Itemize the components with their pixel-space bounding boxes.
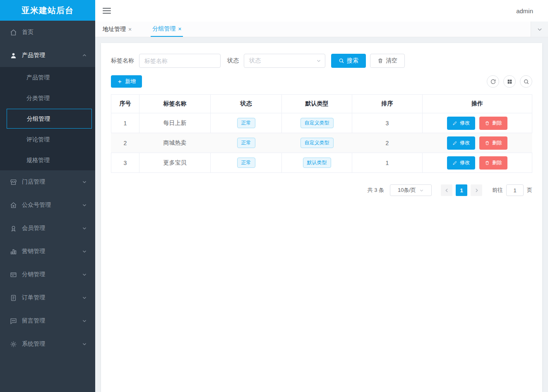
col-header-actions: 操作 [423,95,532,113]
tab-label: 分组管理 [152,25,175,33]
chevron-down-icon [537,26,543,32]
sidebar-subitem-category-manage[interactable]: 分类管理 [0,88,95,108]
type-badge: 默认类型 [303,158,331,168]
product-submenu: 产品管理 分类管理 分组管理 评论管理 规格管理 [0,67,95,170]
name-filter-input[interactable] [139,54,221,68]
status-filter-select[interactable]: 状态 [244,54,325,68]
user-menu[interactable]: admin [516,7,533,14]
main-area: admin 地址管理 × 分组管理 × 标签名称 状态 状态 [95,0,548,392]
cell-sort: 1 [352,153,423,173]
goto-label: 前往 [492,186,503,194]
refresh-icon [490,79,496,85]
page-size-select[interactable]: 10条/页 [390,184,432,196]
storefront-icon [10,179,17,186]
sidebar-item-official-account[interactable]: 公众号管理 [0,194,95,217]
trash-icon [485,160,490,165]
column-settings-button[interactable] [503,75,516,88]
official-account-icon [10,202,17,209]
sidebar-item-label: 产品管理 [22,52,45,59]
chat-icon [10,318,17,325]
chevron-down-icon [82,249,87,254]
sidebar-item-store[interactable]: 门店管理 [0,170,95,194]
table-row: 1 每日上新 正常 自定义类型 3 修改 删除 [111,113,532,133]
col-header-index: 序号 [111,95,139,113]
zoom-search-button[interactable] [520,75,532,88]
tab-group-manage[interactable]: 分组管理 × [151,22,183,37]
select-placeholder: 状态 [249,57,261,65]
delete-button[interactable]: 删除 [479,117,507,130]
cell-name: 商城热卖 [139,133,211,153]
close-icon[interactable]: × [178,26,181,32]
edit-button[interactable]: 修改 [447,117,475,130]
delete-button[interactable]: 删除 [479,136,507,150]
plus-icon [117,79,123,84]
col-header-name: 标签名称 [139,95,211,113]
next-page-button[interactable] [471,184,482,196]
hamburger-icon[interactable] [103,8,111,14]
close-icon[interactable]: × [128,26,132,33]
content-area: 标签名称 状态 状态 搜索 [95,37,548,392]
table-tools [487,75,532,88]
cell-name: 每日上新 [139,113,211,133]
chevron-up-icon [82,53,87,58]
chevron-left-icon [444,188,449,193]
add-button-label: 新增 [125,78,136,85]
sidebar-item-order[interactable]: 订单管理 [0,286,95,309]
top-header: admin [95,0,548,22]
chevron-right-icon [474,188,479,193]
postcard-icon [10,271,17,278]
chevron-down-icon [82,342,87,347]
page-number-button[interactable]: 1 [456,184,467,196]
content-card: 标签名称 状态 状态 搜索 [101,43,542,392]
status-badge: 正常 [237,158,255,168]
sidebar-item-label: 分销管理 [22,271,45,278]
sidebar-subitem-spec-manage[interactable]: 规格管理 [0,150,95,170]
user-icon [10,52,17,59]
document-icon [10,294,17,301]
col-header-sort: 排序 [352,95,423,113]
sidebar-item-distribution[interactable]: 分销管理 [0,263,95,286]
cell-index: 2 [111,133,139,153]
goto-page-input[interactable] [506,184,524,196]
type-badge: 自定义类型 [300,138,334,148]
sidebar-item-message[interactable]: 留言管理 [0,309,95,332]
clear-button-label: 清空 [386,57,397,65]
sidebar-subitem-comment-manage[interactable]: 评论管理 [0,129,95,150]
sidebar-subitem-product-manage[interactable]: 产品管理 [0,67,95,88]
sidebar-item-member[interactable]: 会员管理 [0,217,95,240]
sidebar-item-label: 公众号管理 [22,201,51,209]
prev-page-button[interactable] [441,184,452,196]
col-header-type: 默认类型 [282,95,352,113]
delete-button[interactable]: 删除 [479,156,507,170]
sidebar-item-label: 订单管理 [22,294,45,301]
gear-icon [10,341,17,348]
edit-button[interactable]: 修改 [447,136,475,150]
magnifier-icon [523,79,529,85]
col-header-status: 状态 [211,95,282,113]
name-filter-label: 标签名称 [111,57,134,65]
table-row: 2 商城热卖 正常 自定义类型 2 修改 删除 [111,133,532,153]
sidebar-item-home[interactable]: 首页 [0,21,95,44]
cell-sort: 3 [352,113,423,133]
tabs-dropdown-button[interactable] [531,22,548,37]
sidebar-item-label: 首页 [22,29,34,36]
sidebar-item-label: 会员管理 [22,225,45,232]
chevron-down-icon [419,188,424,193]
tab-address-manage[interactable]: 地址管理 × [101,22,133,37]
edit-button[interactable]: 修改 [447,156,475,170]
chevron-down-icon [82,203,87,208]
clear-button[interactable]: 清空 [370,54,405,68]
pagination: 共 3 条 10条/页 1 前 [111,184,532,196]
chevron-down-icon [82,179,87,184]
sidebar-item-system[interactable]: 系统管理 [0,332,95,356]
status-badge: 正常 [237,138,255,148]
chevron-down-icon [82,295,87,300]
add-button[interactable]: 新增 [111,75,142,88]
cell-name: 更多宝贝 [139,153,211,173]
refresh-button[interactable] [487,75,499,88]
bar-chart-icon [10,248,17,255]
sidebar-subitem-group-manage[interactable]: 分组管理 [7,109,92,129]
sidebar-item-product[interactable]: 产品管理 [0,44,95,67]
search-button[interactable]: 搜索 [331,54,366,68]
sidebar-item-marketing[interactable]: 营销管理 [0,240,95,263]
